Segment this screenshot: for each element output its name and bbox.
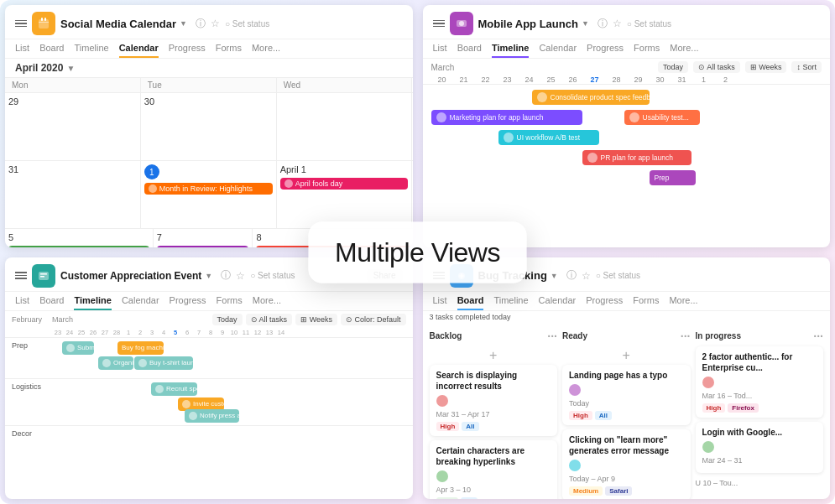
completed-banner: 3 tasks completed today: [423, 311, 831, 325]
tl-bar-ui-ab[interactable]: UI workflow A/B test: [498, 130, 599, 145]
tl-bar-row-2: Marketing plan for app launch Usability …: [423, 110, 831, 128]
hamburger-icon[interactable]: [15, 20, 27, 28]
social-media-calendar-panel: Social Media Calendar ▼ ⓘ ☆ ○ Set status…: [5, 5, 413, 247]
tab-calendar-bug[interactable]: Calendar: [539, 295, 577, 310]
tab-list-tl[interactable]: List: [433, 43, 447, 58]
svg-point-5: [459, 21, 464, 26]
bar-fog-machine[interactable]: Buy fog machine: [117, 341, 164, 355]
today-btn-cust[interactable]: Today: [212, 314, 243, 325]
tl-bar-marketing[interactable]: Marketing plan for app launch: [431, 110, 582, 125]
calendar-month: April 2020 ▼: [5, 59, 413, 77]
tl-bar-consolidate[interactable]: Consolidate product spec feedback: [532, 90, 650, 105]
card-hyperlinks[interactable]: Certain characters are breaking hyperlin…: [430, 440, 558, 500]
all-tasks-btn[interactable]: ⊙ All tasks: [693, 61, 740, 73]
star-icon: ☆: [211, 18, 220, 29]
ready-add[interactable]: +: [562, 346, 691, 365]
tab-list-bug[interactable]: List: [433, 295, 447, 310]
day-mon: Mon: [5, 78, 141, 92]
header-icons-calendar: ⓘ ☆ ○ Set status: [196, 17, 269, 31]
tab-progress-bug[interactable]: Progress: [586, 295, 623, 310]
weeks-btn-cust[interactable]: ⊞ Weeks: [295, 314, 337, 325]
bar-notify-press[interactable]: Notify press about event: [185, 409, 239, 423]
tab-progress-tl[interactable]: Progress: [587, 43, 624, 58]
sort-btn[interactable]: ↕ Sort: [791, 61, 822, 73]
event-april-fools[interactable]: April fools day: [280, 178, 409, 190]
tl-bar-prep[interactable]: Prep: [650, 170, 696, 185]
svg-rect-7: [40, 273, 47, 275]
ready-dots[interactable]: ···: [681, 330, 691, 343]
tab-more-tl[interactable]: More...: [670, 43, 698, 58]
backlog-dots[interactable]: ···: [547, 330, 557, 343]
event-month-review[interactable]: Month in Review: Highlights: [144, 183, 273, 195]
cal-day-end: [277, 93, 413, 160]
bar-submit-grant[interactable]: Submit grant: [62, 341, 94, 355]
card-search-incorrect[interactable]: Search is displaying incorrect results M…: [430, 365, 558, 436]
tab-more-bug[interactable]: More...: [669, 295, 697, 310]
tab-list-cust[interactable]: List: [15, 295, 29, 310]
inprogress-dots[interactable]: ···: [813, 330, 823, 343]
tab-timeline-cal[interactable]: Timeline: [74, 43, 108, 58]
weeks-btn[interactable]: ⊞ Weeks: [745, 61, 787, 73]
backlog-add[interactable]: +: [430, 346, 558, 365]
bar-organize-food[interactable]: Organize food: [98, 356, 133, 370]
board-col-inprogress: In progress ··· 2 factor authentic... fo…: [696, 328, 824, 500]
tab-timeline-bug[interactable]: Timeline: [493, 295, 528, 310]
card-login-google[interactable]: Login with Google... Mar 24 – 31: [696, 422, 824, 473]
nav-tabs-cust: List Board Timeline Calendar Progress Fo…: [5, 292, 413, 311]
bar-recruit-speakers[interactable]: Recruit speakers: [151, 382, 197, 396]
card-learn-more[interactable]: Clicking on "learn more" generates error…: [562, 429, 691, 500]
hamburger-icon-tl[interactable]: [433, 20, 445, 28]
panel-header-calendar: Social Media Calendar ▼ ⓘ ☆ ○ Set status: [5, 5, 413, 39]
set-status-tl[interactable]: ○ Set status: [627, 19, 671, 29]
main-container: Social Media Calendar ▼ ⓘ ☆ ○ Set status…: [0, 0, 835, 504]
nav-tabs-calendar: List Board Timeline Calendar Progress Fo…: [5, 39, 413, 59]
month-labels-cust: February March: [12, 315, 73, 324]
tab-forms-tl[interactable]: Forms: [634, 43, 660, 58]
bar-tshirt[interactable]: Buy t-shirt launching device: [134, 356, 193, 370]
tl-bar-pr[interactable]: PR plan for app launch: [582, 150, 691, 165]
decor-label: Decor: [5, 426, 52, 441]
tab-progress-cal[interactable]: Progress: [169, 43, 206, 58]
event-employee-highlight[interactable]: Monthly Employee Highlight: Wendy Xao: [8, 246, 149, 247]
tab-forms-cal[interactable]: Forms: [216, 43, 242, 58]
tab-forms-cust[interactable]: Forms: [217, 295, 243, 310]
inprogress-header: In progress ···: [696, 328, 824, 346]
tab-more-cust[interactable]: More...: [253, 295, 281, 310]
month-feb: February: [12, 315, 42, 324]
tl-bar-usability[interactable]: Usability test...: [624, 110, 700, 125]
set-status-bug[interactable]: ○ Set status: [596, 271, 640, 280]
header-icons-tl: ⓘ ☆ ○ Set status: [598, 17, 671, 31]
decor-row: Decor: [5, 426, 413, 446]
alltasks-btn-cust[interactable]: ⊙ All tasks: [246, 314, 293, 325]
tag-high3: High: [702, 403, 726, 413]
tab-board-cust[interactable]: Board: [39, 295, 64, 310]
tab-progress-cust[interactable]: Progress: [170, 295, 206, 310]
tab-calendar-cust[interactable]: Calendar: [122, 295, 159, 310]
today-btn[interactable]: Today: [658, 61, 688, 73]
calendar-week2: 31 1 Month in Review: Highlights April 1…: [5, 160, 413, 228]
prep-row: Prep Submit grant Buy fog machine Organi…: [5, 338, 413, 378]
calendar-day-headers: Mon Tue Wed: [5, 77, 413, 92]
event-teamwork[interactable]: #Teamwork highlights: [157, 246, 249, 247]
tab-calendar-cal[interactable]: Calendar: [119, 43, 159, 58]
hamburger-icon-cust[interactable]: [15, 272, 27, 279]
tab-board-bug[interactable]: Board: [457, 295, 484, 310]
tab-timeline-tl[interactable]: Timeline: [492, 43, 529, 58]
tab-board-cal[interactable]: Board: [39, 43, 64, 58]
set-status-cust[interactable]: ○ Set status: [250, 271, 295, 280]
tag-firefox: Firefox: [728, 403, 759, 413]
tab-list-cal[interactable]: List: [15, 43, 29, 58]
card-landing-typo[interactable]: Landing page has a typo Today High All: [562, 365, 691, 425]
card-2factor[interactable]: 2 factor authentic... for Enterprise cu.…: [696, 346, 824, 418]
tab-board-tl[interactable]: Board: [457, 43, 482, 58]
tl-bar-row-5: Prep: [423, 170, 831, 189]
tab-timeline-cust[interactable]: Timeline: [74, 295, 111, 310]
tab-calendar-tl[interactable]: Calendar: [539, 43, 577, 58]
set-status-calendar[interactable]: ○ Set status: [225, 19, 269, 29]
tag-high2: High: [569, 411, 592, 420]
color-btn-cust[interactable]: ⊙ Color: Default: [341, 314, 406, 325]
nav-tabs-bug: List Board Timeline Calendar Progress Fo…: [423, 292, 831, 311]
nav-tabs-tl: List Board Timeline Calendar Progress Fo…: [423, 39, 831, 59]
tab-forms-bug[interactable]: Forms: [633, 295, 659, 310]
tab-more-cal[interactable]: More...: [252, 43, 280, 58]
